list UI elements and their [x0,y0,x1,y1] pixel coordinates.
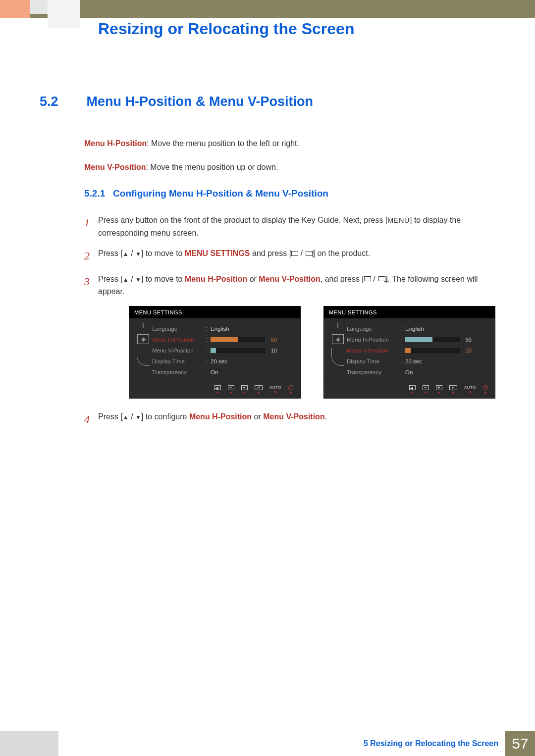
section-number: 5.2 [40,94,84,109]
osd-footer-buttons: ▼ ▼ ▼ ▼ AUTO▼ ▼ [324,383,495,395]
content-area: 5.2 Menu H-Position & Menu V-Position Me… [40,94,495,436]
page-number: 57 [505,731,535,756]
osd-category-icon: ◈ [332,334,344,344]
auto-label: AUTO [269,385,281,390]
osd-slider: 50 [405,337,472,343]
power-icon [483,385,488,390]
page-title: Resizing or Relocating the Screen [98,20,354,38]
menu-v-label: Menu V-Position [259,275,320,283]
menu-settings-label: MENU SETTINGS [185,249,250,257]
minus-icon [228,385,234,390]
source-icon [291,251,298,256]
osd-footer-buttons: ▼ ▼ ▼ ▼ AUTO▼ ▼ [129,383,300,395]
triangle-up-icon [123,249,129,257]
step-text: ] to configure [141,412,189,421]
menu-h-label: Menu H-Position [185,275,247,283]
definitions: Menu H-Position: Move the menu position … [84,137,495,173]
triangle-down-icon [135,412,141,421]
step-text: ] to move to [141,249,185,257]
def-v-text: : Move the menu position up or down. [146,163,278,171]
back-icon [214,385,221,390]
step-3: 3 Press [ / ] to move to Menu H-Position… [84,273,495,298]
enter-icon [255,385,263,390]
def-h-text: : Move the menu position to the left or … [147,139,299,148]
osd-title: MENU SETTINGS [324,306,495,318]
steps-list: 1 Press any button on the front of the p… [84,214,495,428]
osd-item-h-position: Menu H-Position : 50 [347,334,489,345]
osd-item-list: Language : English Menu H-Position : 50 [152,323,294,378]
step-text: , and press [ [321,275,364,283]
step-text: or [252,412,263,421]
osd-item-language: Language : English [347,323,489,334]
section-title: Menu H-Position & Menu V-Position [86,94,313,109]
osd-item-list: Language : English Menu H-Position : 50 [347,323,489,378]
osd-slider: 10 [405,348,472,353]
osd-screenshot-row: MENU SETTINGS ◈ Language : English [129,306,495,399]
osd-panel-v: MENU SETTINGS ◈ Language : English [323,306,495,399]
triangle-up-icon [123,275,129,283]
osd-panel-h: MENU SETTINGS ◈ Language : English [129,306,301,399]
step-text: and press [ [250,249,292,257]
plus-icon [436,385,442,390]
step-number: 3 [84,273,98,298]
def-h-label: Menu H-Position [84,139,147,148]
step-text: ] on the product. [313,249,370,257]
chapter-tab [48,0,80,28]
auto-label: AUTO [464,385,476,390]
osd-item-display-time: Display Time : 20 sec [347,356,489,367]
step-text: ] to move to [141,275,185,283]
osd-category-icon: ◈ [137,334,149,344]
osd-item-language: Language : English [152,323,294,334]
osd-title: MENU SETTINGS [129,306,300,318]
triangle-up-icon [123,412,129,421]
enter-icon [449,385,457,390]
step-number: 1 [84,214,98,239]
plus-icon [241,385,248,390]
step-text: . [325,412,327,421]
step-1: 1 Press any button on the front of the p… [84,214,495,239]
osd-side-nav: ◈ [134,323,152,378]
step-number: 4 [84,410,98,428]
step-text: Press any button on the front of the pro… [98,216,387,224]
osd-side-nav: ◈ [329,323,347,378]
enter-icon [306,251,313,256]
footer-chapter-number: 5 [364,739,368,748]
step-number: 2 [84,247,98,264]
menu-h-label: Menu H-Position [189,412,252,421]
subsection-title: Configuring Menu H-Position & Menu V-Pos… [113,188,328,199]
subsection-number: 5.2.1 [84,188,105,199]
def-v-label: Menu V-Position [84,163,146,171]
page-footer: 5 Resizing or Relocating the Screen 57 [0,731,535,756]
osd-item-transparency: Transparency : On [347,367,489,378]
osd-item-v-position: Menu V-Position : 10 [347,345,489,356]
source-icon [364,276,371,281]
step-text: Press [ [98,412,123,421]
osd-slider: 50 [211,337,277,343]
triangle-down-icon [135,249,141,257]
top-color-band [0,0,535,18]
osd-slider: 10 [211,348,277,353]
triangle-down-icon [135,275,141,283]
footer-chapter-text: Resizing or Relocating the Screen [370,739,498,748]
step-text: Press [ [98,275,123,283]
step-2: 2 Press [ / ] to move to MENU SETTINGS a… [84,247,495,264]
subsection-heading: 5.2.1 Configuring Menu H-Position & Menu… [84,188,495,199]
step-text: or [247,275,259,283]
menu-v-label: Menu V-Position [263,412,324,421]
osd-item-transparency: Transparency : On [152,367,294,378]
osd-item-h-position: Menu H-Position : 50 [152,334,294,345]
minus-icon [423,385,429,390]
power-icon [288,385,293,390]
step-4: 4 Press [ / ] to configure Menu H-Positi… [84,410,495,428]
enter-icon [378,276,385,281]
step-text: Press [ [98,249,123,257]
osd-item-v-position: Menu V-Position : 10 [152,345,294,356]
back-icon [409,385,416,390]
section-heading: 5.2 Menu H-Position & Menu V-Position [40,94,495,109]
osd-item-display-time: Display Time : 20 sec [152,356,294,367]
menu-button-label: MENU [387,216,410,224]
